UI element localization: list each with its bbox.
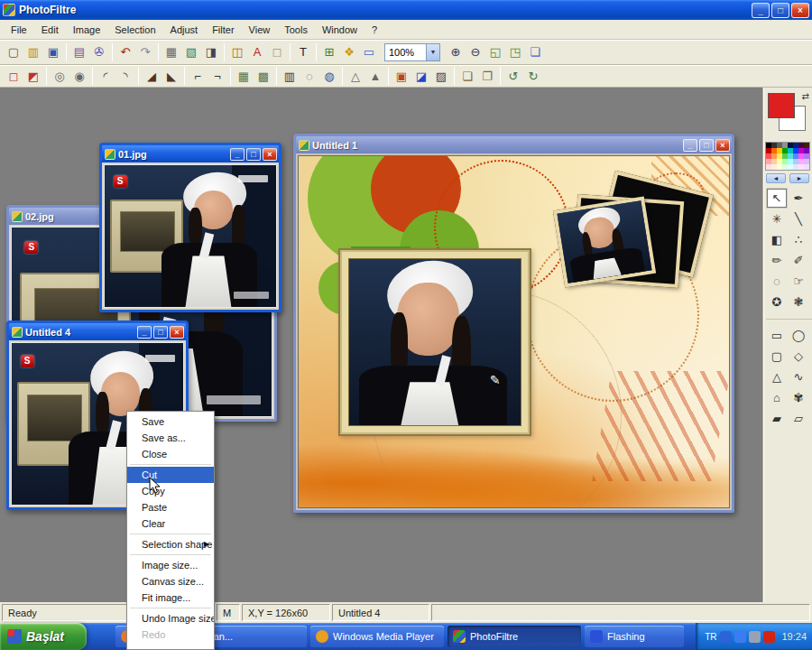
- contract-selection-button[interactable]: ◎: [50, 66, 69, 86]
- minimize-button[interactable]: _: [230, 148, 245, 161]
- eyedropper-tool[interactable]: ✒: [789, 189, 808, 208]
- context-menu-clear[interactable]: Clear: [127, 515, 214, 532]
- taskbar-button-2[interactable]: PhotoFiltre: [448, 626, 581, 647]
- chevron-down-icon[interactable]: ▼: [426, 44, 439, 60]
- darken-corner-button[interactable]: ◢: [142, 66, 161, 86]
- start-button[interactable]: Başlat: [0, 623, 87, 650]
- context-menu-paste[interactable]: Paste: [127, 499, 214, 515]
- shape-rounded-rect-tool[interactable]: ▢: [767, 347, 787, 366]
- fill-tool[interactable]: ◧: [767, 230, 787, 249]
- smooth-selection-left-button[interactable]: ◜: [96, 66, 115, 86]
- menu-help[interactable]: ?: [364, 22, 384, 38]
- menu-tools[interactable]: Tools: [277, 22, 315, 38]
- show-selection-button[interactable]: ◻: [4, 66, 23, 86]
- page-previous-button[interactable]: ❏: [457, 66, 477, 86]
- tray-antivirus-icon[interactable]: [763, 631, 775, 643]
- context-menu-save[interactable]: Save: [127, 413, 214, 430]
- auto-contrast-button[interactable]: ▧: [181, 42, 201, 62]
- crop-tool[interactable]: ▱: [789, 409, 808, 428]
- copy-merged-button[interactable]: ◫: [227, 42, 247, 62]
- shape-freehand-tool[interactable]: ✾: [789, 388, 808, 407]
- expand-selection-button[interactable]: ◉: [69, 66, 89, 86]
- magic-wand-tool[interactable]: ✳: [767, 209, 787, 228]
- context-menu-save-as[interactable]: Save as...: [127, 430, 214, 446]
- pointer-tool[interactable]: ↖: [767, 189, 787, 208]
- texture-pattern-2-button[interactable]: ▩: [254, 66, 273, 86]
- screen-capture-button[interactable]: ▭: [359, 42, 379, 62]
- maximize-button[interactable]: □: [153, 326, 168, 339]
- taskbar-button-1[interactable]: Windows Media Player: [310, 626, 444, 647]
- grayscale-mode-button[interactable]: ◨: [201, 42, 221, 62]
- line-tool[interactable]: ╲: [789, 209, 808, 228]
- tray-display-icon[interactable]: [749, 631, 761, 643]
- new-document-button[interactable]: ▢: [4, 42, 23, 62]
- tray-moon-icon[interactable]: [720, 631, 732, 643]
- shape-triangle-tool[interactable]: △: [767, 367, 787, 386]
- taskbar-button-3[interactable]: Flashing: [585, 626, 684, 647]
- lighten-tool-button[interactable]: △: [346, 66, 365, 86]
- text-button[interactable]: T: [293, 42, 313, 62]
- corner-radius-plus-button[interactable]: ¬: [208, 66, 227, 86]
- context-menu-undo-image-size[interactable]: Undo Image size: [127, 610, 214, 627]
- scroll-tool[interactable]: ▰: [767, 409, 787, 428]
- zoom-level-select[interactable]: 100% ▼: [384, 43, 440, 61]
- zoom-fit-image-button[interactable]: ◱: [485, 42, 505, 62]
- shape-ellipse-tool[interactable]: ◯: [789, 326, 808, 345]
- context-menu-fit-image[interactable]: Fit image...: [127, 590, 214, 606]
- menu-selection[interactable]: Selection: [107, 22, 162, 38]
- language-indicator[interactable]: TR: [705, 632, 716, 642]
- context-menu-close[interactable]: Close: [127, 446, 214, 462]
- smudge-tool[interactable]: ☞: [789, 272, 808, 291]
- shape-diamond-tool[interactable]: ◇: [789, 347, 808, 366]
- close-button[interactable]: ×: [791, 3, 809, 18]
- shape-polygon-tool[interactable]: ⌂: [767, 388, 787, 407]
- palette-color-39[interactable]: [804, 164, 809, 170]
- menu-window[interactable]: Window: [315, 22, 364, 38]
- maximize-button[interactable]: □: [246, 148, 261, 161]
- maximize-button[interactable]: □: [771, 3, 789, 18]
- context-menu-cut[interactable]: Cut: [127, 467, 214, 483]
- menu-view[interactable]: View: [242, 22, 278, 38]
- paintbrush-tool[interactable]: ✏: [767, 251, 787, 270]
- airbrush-tool[interactable]: ∴: [789, 230, 808, 249]
- menu-filter[interactable]: Filter: [205, 22, 241, 38]
- clock[interactable]: 19:24: [781, 631, 807, 642]
- blur-more-button[interactable]: ◍: [319, 66, 339, 86]
- photomask-quick-button[interactable]: ◪: [411, 66, 431, 86]
- lighten-corner-button[interactable]: ◣: [161, 66, 181, 86]
- maximize-button[interactable]: □: [699, 139, 714, 152]
- clone-stamp-tool[interactable]: ✪: [767, 292, 787, 311]
- zoom-in-button[interactable]: ⊕: [446, 42, 466, 62]
- menu-adjust[interactable]: Adjust: [163, 22, 206, 38]
- darken-tool-button[interactable]: ▲: [365, 66, 385, 86]
- close-button[interactable]: ×: [263, 148, 277, 161]
- tray-messenger-icon[interactable]: [734, 631, 746, 643]
- auto-levels-button[interactable]: ▦: [161, 42, 181, 62]
- undo-button[interactable]: ↶: [115, 42, 135, 62]
- blur-tool[interactable]: ◌: [767, 272, 787, 291]
- shape-rectangle-tool[interactable]: ▭: [767, 326, 787, 345]
- deform-tool[interactable]: ❃: [789, 292, 808, 311]
- save-button[interactable]: ▣: [43, 42, 63, 62]
- menu-edit[interactable]: Edit: [34, 22, 66, 38]
- context-menu-canvas-size[interactable]: Canvas size...: [127, 573, 214, 590]
- zoom-fit-window-button[interactable]: ◳: [505, 42, 525, 62]
- swap-colors-icon[interactable]: ⇄: [802, 91, 809, 101]
- rotate-left-button[interactable]: ↺: [503, 66, 523, 86]
- explorer-button[interactable]: ⊞: [319, 42, 339, 62]
- full-screen-preview-button[interactable]: ❏: [525, 42, 545, 62]
- minimize-button[interactable]: _: [752, 3, 770, 18]
- zoom-out-button[interactable]: ⊖: [466, 42, 485, 62]
- menu-file[interactable]: File: [4, 22, 34, 38]
- context-menu-image-size[interactable]: Image size...: [127, 557, 214, 573]
- color-balance-button[interactable]: ▣: [392, 66, 411, 86]
- close-button[interactable]: ×: [170, 326, 184, 339]
- open-folder-button[interactable]: ▥: [23, 42, 43, 62]
- invert-selection-button[interactable]: ◩: [23, 66, 43, 86]
- scan-acquire-button[interactable]: ✇: [89, 42, 109, 62]
- page-next-button[interactable]: ❐: [477, 66, 497, 86]
- minimize-button[interactable]: _: [137, 326, 152, 339]
- context-menu-selection-shape[interactable]: Selection shape▶: [127, 536, 214, 552]
- shape-lasso-tool[interactable]: ∿: [789, 367, 808, 386]
- context-menu-copy[interactable]: Copy: [127, 483, 214, 499]
